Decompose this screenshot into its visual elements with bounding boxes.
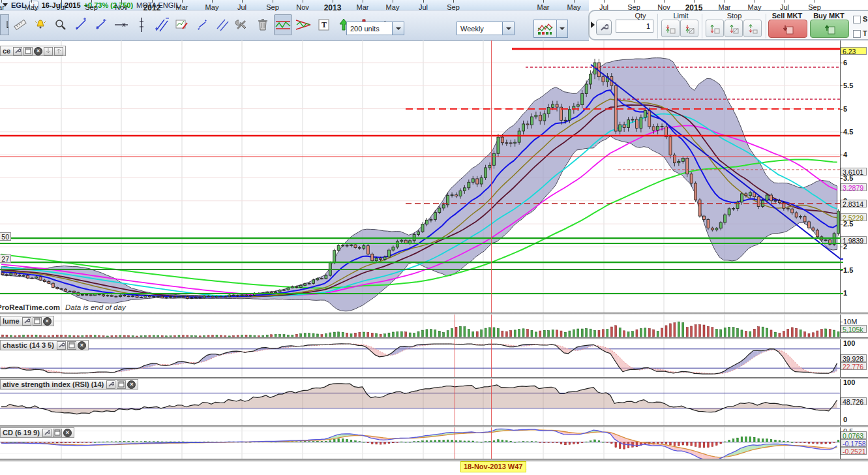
price-tick-label: 5.5 xyxy=(843,82,853,89)
window-icon[interactable] xyxy=(53,429,62,437)
watermark: ProRealTime.comData is end of day xyxy=(0,303,126,311)
price-tickmark xyxy=(840,155,843,155)
time-axis-tickmark xyxy=(121,0,122,3)
move-panel-down-icon[interactable] xyxy=(44,47,53,55)
price-level-box: 3.2879 xyxy=(841,183,867,191)
support-axis-tick xyxy=(840,262,843,263)
price-level-box: 2.8314 xyxy=(841,200,867,207)
volume-tickmark xyxy=(840,322,843,322)
rsi-tick-label: 100 xyxy=(843,378,855,386)
time-axis-label: Sep xyxy=(447,3,460,11)
time-axis-tickmark xyxy=(1,0,2,3)
wrench-icon[interactable] xyxy=(22,317,31,326)
panel-separator[interactable] xyxy=(0,425,868,427)
time-axis-label: Sep xyxy=(808,3,821,11)
panel-separator[interactable] xyxy=(0,459,868,461)
chart-plot[interactable] xyxy=(0,0,868,475)
time-axis-tickmark xyxy=(363,0,363,3)
window-icon[interactable] xyxy=(33,317,42,326)
time-axis-tickmark xyxy=(152,0,153,3)
time-axis-label: Nov xyxy=(657,3,670,11)
price-tick-label: 1 xyxy=(843,289,847,297)
support-axis-tick xyxy=(840,293,843,294)
time-axis-label: Jul xyxy=(57,3,66,11)
price-level-box: 1.9839 xyxy=(841,236,867,244)
rsi-tick-label: 0 xyxy=(843,416,847,423)
price-tickmark xyxy=(840,85,843,86)
price-tick-label: 4.5 xyxy=(843,128,853,136)
price-tick-label: 6 xyxy=(843,59,847,67)
price-panel-header: ce × xyxy=(0,46,66,56)
close-icon[interactable]: × xyxy=(127,380,136,389)
time-axis-label: Jul xyxy=(419,3,428,11)
time-axis-label: 2013 xyxy=(324,3,342,12)
price-tickmark xyxy=(840,109,843,110)
time-axis[interactable] xyxy=(0,461,868,475)
stoch-value-box: 39.928 xyxy=(841,354,867,362)
move-panel-up-icon[interactable] xyxy=(54,47,63,55)
price-chart[interactable] xyxy=(1,58,841,311)
time-axis-label: Mar xyxy=(357,3,369,11)
time-axis-tickmark xyxy=(91,0,92,3)
window-icon[interactable] xyxy=(117,380,126,389)
wrench-icon[interactable] xyxy=(106,380,115,389)
time-axis-tickmark xyxy=(242,0,243,3)
time-axis-tickmark xyxy=(634,0,635,3)
volume-panel-header: lume × xyxy=(0,316,54,326)
time-axis-label: Jul xyxy=(599,3,608,11)
close-icon[interactable]: × xyxy=(34,47,42,55)
time-axis-label: Mar xyxy=(176,3,188,11)
time-axis-label: 2012 xyxy=(143,3,161,12)
time-axis-label: Mar xyxy=(719,3,731,11)
time-axis-tickmark xyxy=(604,0,605,3)
time-axis-label: Jul xyxy=(780,3,789,11)
time-axis-label: Nov xyxy=(296,3,309,11)
price-tickmark xyxy=(840,63,843,63)
price-tick-label: 5 xyxy=(843,105,847,113)
wrench-icon[interactable] xyxy=(42,429,52,437)
time-axis-label: May xyxy=(205,3,219,11)
price-tickmark xyxy=(840,178,843,179)
close-icon[interactable]: × xyxy=(78,341,86,350)
time-axis-label: Nov xyxy=(115,3,128,11)
price-tickmark xyxy=(840,132,843,132)
wrench-icon[interactable] xyxy=(57,341,66,350)
volume-value-box: 5,105k xyxy=(841,325,867,333)
time-axis-tickmark xyxy=(785,0,785,3)
close-icon[interactable]: × xyxy=(43,317,52,326)
panel-separator[interactable] xyxy=(0,337,868,339)
macd-chart[interactable] xyxy=(0,429,840,461)
close-icon[interactable]: × xyxy=(63,429,72,437)
time-axis-tickmark xyxy=(31,0,32,3)
time-axis-tickmark xyxy=(664,0,665,3)
price-tick-label: 4 xyxy=(843,151,847,159)
time-axis-tickmark xyxy=(212,0,213,3)
time-axis-tickmark xyxy=(182,0,183,3)
price-level-box: 2.5229 xyxy=(841,213,867,221)
macd-panel-header: CD (6 19 9) × xyxy=(0,427,74,438)
time-axis-label: Sep xyxy=(85,3,98,11)
time-axis-tickmark xyxy=(423,0,424,3)
stoch-tick-label: 100 xyxy=(843,339,855,347)
trendline-axis-tick xyxy=(840,258,843,260)
volume-chart[interactable] xyxy=(2,322,840,337)
window-icon[interactable] xyxy=(23,47,33,55)
data-note: Data is end of day xyxy=(65,303,126,311)
stochastic-chart[interactable] xyxy=(0,344,840,374)
time-axis-tickmark xyxy=(453,0,454,3)
wrench-icon[interactable] xyxy=(13,47,22,55)
time-axis-label: Jul xyxy=(237,3,247,11)
time-axis-tickmark xyxy=(303,0,303,3)
rsi-panel-header: ative strength index (RSI) (14) × xyxy=(0,379,138,390)
window-icon[interactable] xyxy=(67,341,76,350)
price-tick-label: 1.5 xyxy=(843,266,853,274)
time-axis-tickmark xyxy=(333,0,333,3)
time-axis-label: 2015 xyxy=(685,3,703,12)
macd-value-box: -0.2521 xyxy=(841,447,867,455)
panel-separator[interactable] xyxy=(0,313,868,314)
crosshair-date-tooltip: 18-Nov-2013 W47 xyxy=(460,461,526,472)
time-axis-label: Sep xyxy=(627,3,640,11)
price-level-box: 3.6101 xyxy=(841,168,867,176)
time-axis-tickmark xyxy=(393,0,393,3)
time-axis-tickmark xyxy=(694,0,695,3)
